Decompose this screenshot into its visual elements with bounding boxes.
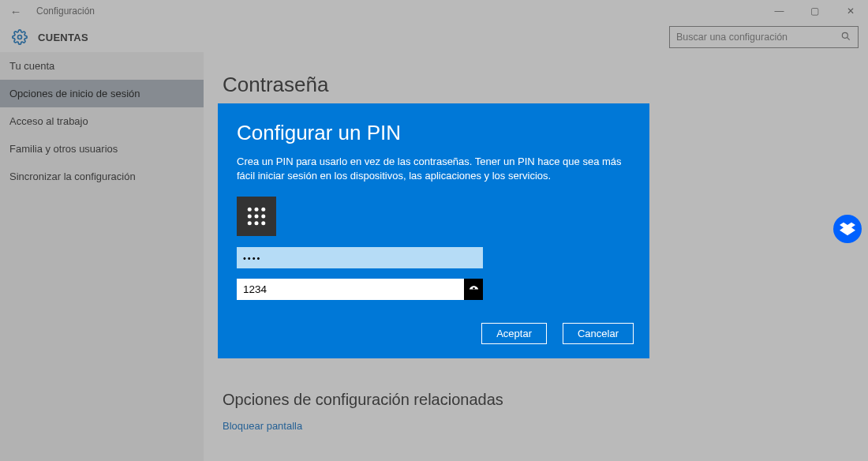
svg-point-7 bbox=[255, 215, 259, 219]
pin-field-2[interactable] bbox=[237, 279, 483, 300]
pin-field-1[interactable]: •••• bbox=[237, 247, 483, 268]
svg-point-3 bbox=[248, 208, 252, 212]
svg-point-9 bbox=[248, 221, 252, 225]
dropbox-fab[interactable] bbox=[833, 215, 862, 243]
keypad-icon bbox=[237, 197, 276, 236]
pin-confirm-input[interactable] bbox=[237, 279, 464, 300]
svg-point-5 bbox=[261, 208, 265, 212]
dialog-title: Configurar un PIN bbox=[237, 121, 630, 145]
svg-point-4 bbox=[255, 208, 259, 212]
svg-point-11 bbox=[261, 221, 265, 225]
svg-point-10 bbox=[255, 221, 259, 225]
dialog-description: Crea un PIN para usarlo en vez de las co… bbox=[237, 155, 623, 182]
svg-point-12 bbox=[473, 287, 475, 290]
cancel-button[interactable]: Cancelar bbox=[563, 323, 634, 344]
pin-dialog: Configurar un PIN Crea un PIN para usarl… bbox=[218, 103, 649, 358]
svg-point-8 bbox=[261, 215, 265, 219]
accept-button[interactable]: Aceptar bbox=[481, 323, 547, 344]
reveal-password-button[interactable] bbox=[464, 279, 483, 300]
svg-point-6 bbox=[248, 215, 252, 219]
pin-masked-value: •••• bbox=[237, 253, 483, 263]
